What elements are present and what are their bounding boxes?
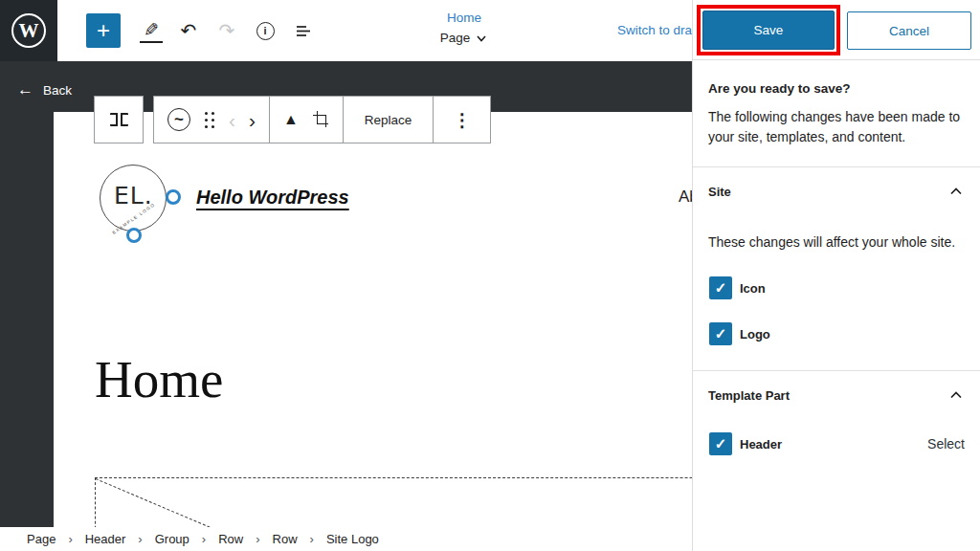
chevron-up-icon bbox=[947, 183, 965, 200]
template-part-section-toggle[interactable]: Template Part bbox=[708, 371, 965, 404]
row-block-icon bbox=[110, 113, 118, 126]
replace-button[interactable]: Replace bbox=[357, 113, 420, 127]
check-icon: ✓ bbox=[715, 279, 727, 297]
block-toolbar: ~ ‹ › ▲ Replace ⋮ bbox=[153, 96, 491, 143]
change-row-logo: ✓ Logo bbox=[708, 322, 965, 345]
breadcrumb-item-group[interactable]: Group bbox=[155, 532, 189, 546]
site-title-link[interactable]: Hello WordPress bbox=[196, 187, 349, 209]
breadcrumb-separator-icon: › bbox=[68, 532, 72, 546]
plus-icon: + bbox=[97, 17, 110, 44]
chevron-up-icon bbox=[947, 386, 965, 404]
selected-block-outline bbox=[95, 477, 692, 527]
editor-top-bar: W + ✎ ↶ ↷ i bbox=[0, 0, 693, 61]
duotone-filter-button[interactable]: ▲ bbox=[283, 111, 299, 128]
document-type-label: Page bbox=[440, 28, 471, 49]
redo-button[interactable]: ↷ bbox=[211, 14, 243, 47]
check-icon: ✓ bbox=[715, 325, 727, 342]
site-logo-block-icon[interactable]: ~ bbox=[167, 108, 190, 131]
drag-handle[interactable] bbox=[204, 111, 215, 128]
change-label-icon[interactable]: Icon bbox=[740, 281, 766, 296]
block-inserter-button[interactable]: + bbox=[86, 13, 121, 48]
info-icon: i bbox=[256, 22, 275, 40]
page-heading[interactable]: Home bbox=[95, 349, 223, 409]
save-panel-header: Save Cancel bbox=[693, 0, 980, 60]
cancel-button[interactable]: Cancel bbox=[847, 11, 971, 50]
document-title-link[interactable]: Home bbox=[383, 9, 546, 28]
pencil-icon: ✎ bbox=[144, 19, 159, 41]
breadcrumb-separator-icon: › bbox=[138, 532, 142, 546]
site-section-title: Site bbox=[708, 185, 731, 199]
back-button[interactable]: ← Back bbox=[17, 80, 72, 99]
save-panel-body: Are you ready to save? The following cha… bbox=[693, 60, 980, 471]
list-view-button[interactable] bbox=[287, 14, 320, 47]
save-panel: Save Cancel Are you ready to save? The f… bbox=[692, 0, 980, 551]
wave-icon: ~ bbox=[174, 110, 184, 129]
breadcrumb-item-row2[interactable]: Row bbox=[273, 532, 298, 546]
redo-icon: ↷ bbox=[219, 19, 235, 42]
switch-to-draft-link[interactable]: Switch to draft bbox=[617, 23, 700, 37]
undo-button[interactable]: ↶ bbox=[172, 14, 205, 47]
select-parent-row-button[interactable] bbox=[94, 96, 144, 143]
chevron-down-icon bbox=[475, 32, 488, 45]
options-kebab-button[interactable]: ⋮ bbox=[447, 109, 477, 131]
change-label-header[interactable]: Header bbox=[740, 437, 782, 452]
site-logo-image[interactable]: EL. EXAMPLE LOGO bbox=[100, 165, 167, 231]
checkbox-header-checked[interactable]: ✓ bbox=[709, 432, 732, 455]
site-section-toggle[interactable]: Site bbox=[708, 167, 965, 200]
save-button[interactable]: Save bbox=[702, 11, 835, 50]
site-editor-window: W + ✎ ↶ ↷ i bbox=[0, 0, 980, 551]
crop-button[interactable] bbox=[312, 111, 329, 128]
check-icon: ✓ bbox=[715, 435, 727, 452]
change-row-header: ✓ Header Select bbox=[708, 432, 965, 455]
resize-handle-right[interactable] bbox=[166, 189, 181, 205]
details-button[interactable]: i bbox=[249, 14, 281, 47]
resize-handle-bottom[interactable] bbox=[126, 228, 142, 243]
breadcrumb-item-row[interactable]: Row bbox=[218, 532, 243, 546]
document-title-area: Home Page bbox=[383, 9, 546, 49]
change-label-logo[interactable]: Logo bbox=[740, 327, 770, 342]
document-type-dropdown[interactable]: Page bbox=[383, 28, 546, 49]
checkbox-icon-checked[interactable]: ✓ bbox=[709, 276, 732, 299]
nav-link-about[interactable]: About bbox=[679, 187, 692, 207]
save-panel-heading: Are you ready to save? bbox=[708, 81, 965, 96]
change-row-icon: ✓ Icon bbox=[708, 276, 965, 299]
list-view-icon bbox=[294, 21, 313, 40]
wordpress-logo-icon: W bbox=[11, 13, 46, 48]
move-right-button[interactable]: › bbox=[249, 110, 256, 130]
breadcrumb-separator-icon: › bbox=[310, 532, 314, 546]
block-breadcrumb: Page › Header › Group › Row › Row › Site… bbox=[0, 527, 693, 551]
breadcrumb-separator-icon: › bbox=[202, 532, 206, 546]
breadcrumb-item-header[interactable]: Header bbox=[85, 532, 126, 546]
undo-icon: ↶ bbox=[181, 19, 197, 42]
back-arrow-icon: ← bbox=[17, 80, 33, 99]
select-header-button[interactable]: Select bbox=[927, 436, 965, 452]
move-left-button[interactable]: ‹ bbox=[229, 110, 235, 130]
edit-tools-button[interactable]: ✎ bbox=[140, 18, 163, 43]
back-button-label: Back bbox=[43, 83, 72, 98]
breadcrumb-separator-icon: › bbox=[256, 532, 259, 546]
wordpress-menu-button[interactable]: W bbox=[0, 0, 57, 61]
row-block-icon bbox=[121, 113, 128, 126]
breadcrumb-item-site-logo[interactable]: Site Logo bbox=[326, 532, 379, 546]
checkbox-logo-checked[interactable]: ✓ bbox=[709, 322, 732, 345]
editor-canvas: EL. EXAMPLE LOGO Hello WordPress About H… bbox=[54, 112, 692, 527]
site-section-description: These changes will affect your whole sit… bbox=[708, 234, 965, 250]
save-panel-description: The following changes have been made to … bbox=[708, 107, 965, 147]
save-annotation-highlight: Save bbox=[697, 5, 840, 55]
template-part-section-title: Template Part bbox=[708, 388, 790, 403]
breadcrumb-item-page[interactable]: Page bbox=[27, 532, 56, 546]
